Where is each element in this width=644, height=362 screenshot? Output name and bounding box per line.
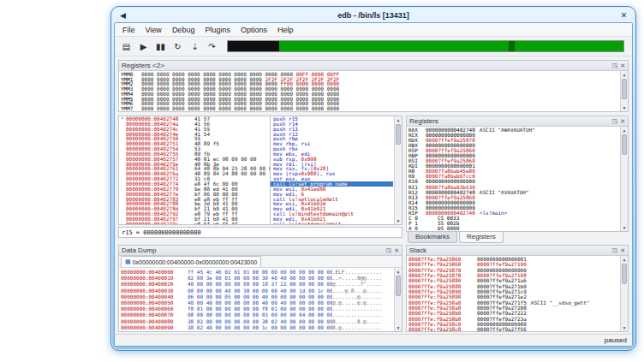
float-icon[interactable]: ◳ — [612, 62, 618, 68]
scrollbar[interactable]: ▲ ▼ — [620, 256, 628, 331]
dump-row[interactable]: 00000000:0040005040 00 40 00 00 00 00 00… — [121, 300, 392, 306]
scroll-down-icon[interactable]: ▼ — [395, 217, 402, 224]
data-dump-title: Data Dump — [122, 246, 384, 254]
menu-item-view[interactable]: View — [140, 25, 167, 35]
dump-tabbar: ▦ 0x00000000:00400000-0x00000000:0042300… — [119, 256, 402, 268]
data-dump-titlebar[interactable]: Data Dump ◳ ✕ — [119, 246, 402, 256]
dump-row[interactable]: 00000000:0040003000 00 00 00 40 00 38 00… — [121, 288, 392, 294]
dump-rows: 00000000:004000007f 45 4c 46 02 01 01 00… — [121, 269, 392, 331]
dock-tab-registers[interactable]: Registers — [459, 232, 504, 243]
stack-title: Stack — [409, 246, 610, 254]
scroll-thumb[interactable] — [396, 276, 401, 296]
address-space-activity-bar[interactable] — [227, 40, 624, 52]
step-over-icon[interactable]: ↷ — [204, 39, 220, 55]
registers-body[interactable]: RAX0000000000402748ASCII "AWAVAUATUH"RCX… — [407, 127, 628, 231]
float-icon[interactable]: ◳ — [612, 118, 618, 124]
toolbar-buttons: ▤▶▮▮↻⇣↷ — [118, 39, 221, 55]
statusbar: paused — [115, 334, 632, 346]
activity-segment — [228, 41, 279, 51]
dump-row[interactable]: 00000000:0040002040 00 00 00 00 00 00 00… — [121, 281, 392, 287]
window-close-icon[interactable]: ✕ — [618, 10, 629, 21]
data-dump-panel: Data Dump ◳ ✕ ▦ 0x00000000:00400000-0x00… — [118, 245, 402, 332]
menu-item-file[interactable]: File — [117, 25, 140, 35]
registers-titlebar[interactable]: Registers ◳ ✕ — [407, 116, 628, 127]
dump-row[interactable]: 00000000:0040001002 00 3e 00 01 00 00 00… — [121, 275, 392, 281]
scroll-up-icon[interactable]: ▲ — [621, 71, 628, 78]
scroll-thumb[interactable] — [622, 79, 627, 99]
scroll-thumb[interactable] — [396, 124, 401, 145]
toolbar: ▤▶▮▮↻⇣↷ — [115, 37, 632, 56]
dump-row[interactable]: 00000000:0040008038 02 00 00 00 00 00 00… — [121, 318, 392, 324]
scroll-up-icon[interactable]: ▲ — [395, 116, 402, 123]
menu-item-debug[interactable]: Debug — [167, 25, 200, 35]
scroll-down-icon[interactable]: ▼ — [621, 224, 628, 231]
edb-window: ◀ edb - /bin/ls [13431] ✕ FileViewDebugP… — [110, 6, 636, 351]
registers-title: Registers — [409, 117, 610, 125]
registers-avx-title: Registers <2> — [122, 62, 610, 69]
scrollbar[interactable]: ▲ ▼ — [394, 116, 402, 224]
window-title: edb - /bin/ls [13431] — [128, 11, 618, 20]
avx-register-row[interactable]: YMM70000 0000 0000 0000 0000 0000 0000 0… — [121, 106, 618, 111]
window-titlebar[interactable]: ◀ edb - /bin/ls [13431] ✕ — [114, 9, 633, 22]
scroll-down-icon[interactable]: ▼ — [395, 324, 402, 331]
scroll-down-icon[interactable]: ▼ — [621, 104, 628, 111]
step-into-icon[interactable]: ⇣ — [187, 39, 203, 55]
dump-row[interactable]: 00000000:0040007008 00 00 00 00 00 00 00… — [121, 312, 392, 317]
registers-panel: Registers ◳ ✕ RAX0000000000402748ASCII "… — [406, 116, 629, 232]
stack-rows: 00007ffe:f9a25860000000000000000100007ff… — [408, 257, 618, 331]
disasm-row[interactable]: 00000000:0040279ce8 6f eb ff ffcall ls!t… — [119, 222, 402, 225]
restart-icon[interactable]: ↻ — [170, 39, 186, 55]
dump-row[interactable]: 00000000:00400060f8 01 00 00 00 00 00 00… — [121, 306, 392, 312]
stack-titlebar[interactable]: Stack ◳ ✕ — [407, 246, 628, 256]
scrollbar[interactable]: ▲ ▼ — [394, 268, 402, 331]
close-icon[interactable]: ✕ — [620, 118, 625, 124]
menubar: FileViewDebugPluginsOptionsHelp — [115, 23, 632, 37]
dump-region-tab[interactable]: ▦ 0x00000000:00400000-0x00000000:0042300… — [121, 256, 261, 267]
scrollbar[interactable]: ▲ ▼ — [620, 127, 628, 231]
disassembly-view[interactable]: ➤00000000:0040274841 57push r1500000000:… — [118, 116, 402, 225]
registers-avx-body: YMM00000 0000 0000 0000 0000 0000 0000 0… — [119, 71, 628, 111]
dump-row[interactable]: 00000000:0040004006 00 00 00 05 00 00 00… — [121, 294, 392, 300]
stack-body[interactable]: 00007ffe:f9a25860000000000000000100007ff… — [407, 256, 628, 331]
scroll-up-icon[interactable]: ▲ — [395, 268, 402, 275]
dump-body[interactable]: 00000000:004000007f 45 4c 46 02 01 01 00… — [119, 268, 402, 331]
registers-rows: RAX0000000000402748ASCII "AWAVAUATUH"RCX… — [408, 128, 618, 231]
stack-panel: Stack ◳ ✕ 00007ffe:f9a258600000000000000… — [406, 245, 629, 332]
scroll-up-icon[interactable]: ▲ — [621, 127, 628, 134]
scrollbar[interactable]: ▲ ▼ — [620, 71, 628, 111]
menu-item-plugins[interactable]: Plugins — [200, 25, 236, 35]
register-info-line: r15 = 0000000000000000 — [118, 227, 402, 238]
run-icon[interactable]: ▶ — [135, 39, 152, 55]
close-icon[interactable]: ✕ — [620, 247, 625, 253]
registers2-rows: YMM00000 0000 0000 0000 0000 0000 0000 0… — [121, 72, 618, 111]
open-file-icon[interactable]: ▤ — [118, 39, 134, 55]
scroll-thumb[interactable] — [622, 264, 627, 284]
activity-segment — [515, 41, 623, 51]
dock-tabbar: BookmarksRegisters — [406, 232, 629, 243]
scroll-down-icon[interactable]: ▼ — [621, 324, 628, 331]
window-body: FileViewDebugPluginsOptionsHelp ▤▶▮▮↻⇣↷ … — [114, 22, 633, 347]
pause-icon[interactable]: ▮▮ — [152, 39, 169, 55]
registers-avx-titlebar[interactable]: Registers <2> ◳ ✕ — [119, 61, 628, 71]
dump-row[interactable]: 00000000:0040009038 02 40 00 00 00 00 00… — [121, 324, 392, 330]
region-icon: ▦ — [125, 258, 131, 265]
registers-avx-panel: Registers <2> ◳ ✕ YMM00000 0000 0000 000… — [118, 60, 629, 112]
menu-item-options[interactable]: Options — [236, 25, 272, 35]
app-icon[interactable]: ◀ — [117, 10, 128, 21]
disasm-rows: ➤00000000:0040274841 57push r1500000000:… — [119, 116, 402, 225]
dump-row[interactable]: 00000000:004000a01c 00 00 00 00 00 00 00… — [121, 330, 392, 331]
dump-row[interactable]: 00000000:004000007f 45 4c 46 02 01 01 00… — [121, 269, 392, 275]
scroll-thumb[interactable] — [622, 134, 627, 155]
dock-tab-bookmarks[interactable]: Bookmarks — [408, 232, 457, 243]
dump-region-label: 0x00000000:00400000-0x00000000:00423000 — [133, 259, 258, 265]
float-icon[interactable]: ◳ — [386, 247, 392, 253]
close-icon[interactable]: ✕ — [394, 247, 399, 253]
stack-row[interactable]: 00007ffe:f9a258c800007ffef9a27f56 — [408, 327, 618, 331]
menu-item-help[interactable]: Help — [272, 25, 299, 35]
activity-segment — [279, 41, 509, 51]
status-text: paused — [605, 336, 627, 344]
scroll-up-icon[interactable]: ▲ — [621, 256, 628, 263]
float-icon[interactable]: ◳ — [612, 247, 618, 253]
activity-segment — [509, 41, 515, 51]
close-icon[interactable]: ✕ — [620, 62, 625, 68]
